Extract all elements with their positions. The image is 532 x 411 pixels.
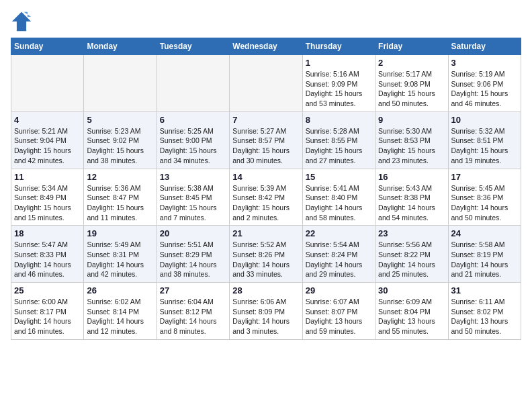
day-info: Sunrise: 5:43 AM Sunset: 8:38 PM Dayligh… — [378, 183, 445, 223]
calendar-cell — [157, 55, 229, 112]
calendar-cell — [11, 55, 84, 112]
calendar-cell: 3Sunrise: 5:19 AM Sunset: 9:06 PM Daylig… — [448, 55, 521, 112]
day-number: 15 — [306, 172, 372, 182]
day-info: Sunrise: 5:30 AM Sunset: 8:53 PM Dayligh… — [378, 126, 445, 166]
calendar-cell: 13Sunrise: 5:38 AM Sunset: 8:45 PM Dayli… — [157, 169, 229, 226]
day-info: Sunrise: 5:28 AM Sunset: 8:55 PM Dayligh… — [306, 126, 372, 166]
calendar-cell: 21Sunrise: 5:52 AM Sunset: 8:26 PM Dayli… — [230, 226, 302, 283]
day-number: 14 — [232, 172, 299, 182]
day-number: 19 — [87, 228, 153, 238]
calendar-cell — [230, 55, 302, 112]
day-number: 24 — [451, 228, 518, 238]
calendar-cell: 30Sunrise: 6:09 AM Sunset: 8:04 PM Dayli… — [375, 283, 448, 340]
col-header-monday: Monday — [84, 38, 157, 55]
day-number: 5 — [87, 115, 153, 125]
day-number: 22 — [306, 228, 372, 238]
week-row-3: 11Sunrise: 5:34 AM Sunset: 8:49 PM Dayli… — [11, 169, 521, 226]
day-info: Sunrise: 6:06 AM Sunset: 8:09 PM Dayligh… — [232, 297, 299, 336]
calendar-cell: 26Sunrise: 6:02 AM Sunset: 8:14 PM Dayli… — [84, 283, 157, 340]
week-row-1: 1Sunrise: 5:16 AM Sunset: 9:09 PM Daylig… — [11, 55, 521, 112]
day-number: 23 — [378, 228, 445, 238]
calendar-cell: 19Sunrise: 5:49 AM Sunset: 8:31 PM Dayli… — [84, 226, 157, 283]
day-number: 3 — [451, 58, 518, 68]
day-info: Sunrise: 5:32 AM Sunset: 8:51 PM Dayligh… — [451, 126, 518, 166]
calendar-cell: 5Sunrise: 5:23 AM Sunset: 9:02 PM Daylig… — [84, 111, 157, 169]
calendar-table: SundayMondayTuesdayWednesdayThursdayFrid… — [11, 38, 521, 340]
day-number: 4 — [14, 115, 81, 125]
week-row-5: 25Sunrise: 6:00 AM Sunset: 8:17 PM Dayli… — [11, 283, 521, 340]
day-number: 10 — [451, 115, 518, 125]
col-header-friday: Friday — [375, 38, 448, 55]
day-info: Sunrise: 6:11 AM Sunset: 8:02 PM Dayligh… — [451, 297, 518, 336]
day-info: Sunrise: 6:07 AM Sunset: 8:07 PM Dayligh… — [306, 297, 372, 336]
calendar-header-row: SundayMondayTuesdayWednesdayThursdayFrid… — [11, 38, 521, 55]
day-number: 27 — [160, 285, 226, 295]
calendar-cell: 10Sunrise: 5:32 AM Sunset: 8:51 PM Dayli… — [448, 111, 521, 169]
col-header-saturday: Saturday — [448, 38, 521, 55]
day-number: 6 — [160, 115, 226, 125]
day-info: Sunrise: 5:27 AM Sunset: 8:57 PM Dayligh… — [232, 126, 299, 166]
day-number: 26 — [87, 285, 153, 295]
calendar-cell: 16Sunrise: 5:43 AM Sunset: 8:38 PM Dayli… — [375, 169, 448, 226]
day-number: 17 — [451, 172, 518, 182]
day-number: 9 — [378, 115, 445, 125]
day-info: Sunrise: 5:23 AM Sunset: 9:02 PM Dayligh… — [87, 126, 153, 166]
day-info: Sunrise: 5:21 AM Sunset: 9:04 PM Dayligh… — [14, 126, 81, 166]
day-info: Sunrise: 5:51 AM Sunset: 8:29 PM Dayligh… — [160, 240, 226, 279]
day-info: Sunrise: 5:25 AM Sunset: 9:00 PM Dayligh… — [160, 126, 226, 166]
day-info: Sunrise: 5:56 AM Sunset: 8:22 PM Dayligh… — [378, 240, 445, 279]
day-number: 16 — [378, 172, 445, 182]
day-number: 18 — [14, 228, 81, 238]
day-number: 1 — [306, 58, 372, 68]
col-header-sunday: Sunday — [11, 38, 84, 55]
day-info: Sunrise: 5:54 AM Sunset: 8:24 PM Dayligh… — [306, 240, 372, 279]
week-row-4: 18Sunrise: 5:47 AM Sunset: 8:33 PM Dayli… — [11, 226, 521, 283]
day-info: Sunrise: 5:45 AM Sunset: 8:36 PM Dayligh… — [451, 183, 518, 223]
calendar-cell: 27Sunrise: 6:04 AM Sunset: 8:12 PM Dayli… — [157, 283, 229, 340]
calendar-cell: 6Sunrise: 5:25 AM Sunset: 9:00 PM Daylig… — [157, 111, 229, 169]
calendar-cell: 9Sunrise: 5:30 AM Sunset: 8:53 PM Daylig… — [375, 111, 448, 169]
calendar-cell: 7Sunrise: 5:27 AM Sunset: 8:57 PM Daylig… — [230, 111, 302, 169]
day-number: 29 — [306, 285, 372, 295]
calendar-cell: 12Sunrise: 5:36 AM Sunset: 8:47 PM Dayli… — [84, 169, 157, 226]
calendar-cell: 31Sunrise: 6:11 AM Sunset: 8:02 PM Dayli… — [448, 283, 521, 340]
week-row-2: 4Sunrise: 5:21 AM Sunset: 9:04 PM Daylig… — [11, 111, 521, 169]
day-info: Sunrise: 5:52 AM Sunset: 8:26 PM Dayligh… — [232, 240, 299, 279]
day-info: Sunrise: 6:04 AM Sunset: 8:12 PM Dayligh… — [160, 297, 226, 336]
calendar-cell: 2Sunrise: 5:17 AM Sunset: 9:08 PM Daylig… — [375, 55, 448, 112]
calendar-cell: 29Sunrise: 6:07 AM Sunset: 8:07 PM Dayli… — [302, 283, 375, 340]
col-header-wednesday: Wednesday — [230, 38, 302, 55]
calendar-cell: 23Sunrise: 5:56 AM Sunset: 8:22 PM Dayli… — [375, 226, 448, 283]
day-number: 25 — [14, 285, 81, 295]
day-info: Sunrise: 5:47 AM Sunset: 8:33 PM Dayligh… — [14, 240, 81, 279]
day-number: 30 — [378, 285, 445, 295]
calendar-cell: 24Sunrise: 5:58 AM Sunset: 8:19 PM Dayli… — [448, 226, 521, 283]
calendar-cell: 25Sunrise: 6:00 AM Sunset: 8:17 PM Dayli… — [11, 283, 84, 340]
day-info: Sunrise: 5:17 AM Sunset: 9:08 PM Dayligh… — [378, 69, 445, 109]
logo-icon — [11, 11, 32, 32]
calendar-cell: 28Sunrise: 6:06 AM Sunset: 8:09 PM Dayli… — [230, 283, 302, 340]
day-info: Sunrise: 5:49 AM Sunset: 8:31 PM Dayligh… — [87, 240, 153, 279]
calendar-cell: 1Sunrise: 5:16 AM Sunset: 9:09 PM Daylig… — [302, 55, 375, 112]
calendar-cell: 15Sunrise: 5:41 AM Sunset: 8:40 PM Dayli… — [302, 169, 375, 226]
day-info: Sunrise: 5:34 AM Sunset: 8:49 PM Dayligh… — [14, 183, 81, 223]
day-info: Sunrise: 5:39 AM Sunset: 8:42 PM Dayligh… — [232, 183, 299, 223]
calendar-cell: 18Sunrise: 5:47 AM Sunset: 8:33 PM Dayli… — [11, 226, 84, 283]
day-number: 8 — [306, 115, 372, 125]
calendar-cell: 14Sunrise: 5:39 AM Sunset: 8:42 PM Dayli… — [230, 169, 302, 226]
day-info: Sunrise: 6:00 AM Sunset: 8:17 PM Dayligh… — [14, 297, 81, 336]
calendar-cell: 4Sunrise: 5:21 AM Sunset: 9:04 PM Daylig… — [11, 111, 84, 169]
day-info: Sunrise: 5:36 AM Sunset: 8:47 PM Dayligh… — [87, 183, 153, 223]
calendar-cell — [84, 55, 157, 112]
day-number: 11 — [14, 172, 81, 182]
col-header-tuesday: Tuesday — [157, 38, 229, 55]
day-info: Sunrise: 5:41 AM Sunset: 8:40 PM Dayligh… — [306, 183, 372, 223]
day-number: 7 — [232, 115, 299, 125]
logo — [11, 11, 35, 32]
calendar-cell: 22Sunrise: 5:54 AM Sunset: 8:24 PM Dayli… — [302, 226, 375, 283]
day-number: 2 — [378, 58, 445, 68]
calendar-cell: 11Sunrise: 5:34 AM Sunset: 8:49 PM Dayli… — [11, 169, 84, 226]
day-info: Sunrise: 5:38 AM Sunset: 8:45 PM Dayligh… — [160, 183, 226, 223]
day-info: Sunrise: 6:09 AM Sunset: 8:04 PM Dayligh… — [378, 297, 445, 336]
calendar-cell: 17Sunrise: 5:45 AM Sunset: 8:36 PM Dayli… — [448, 169, 521, 226]
